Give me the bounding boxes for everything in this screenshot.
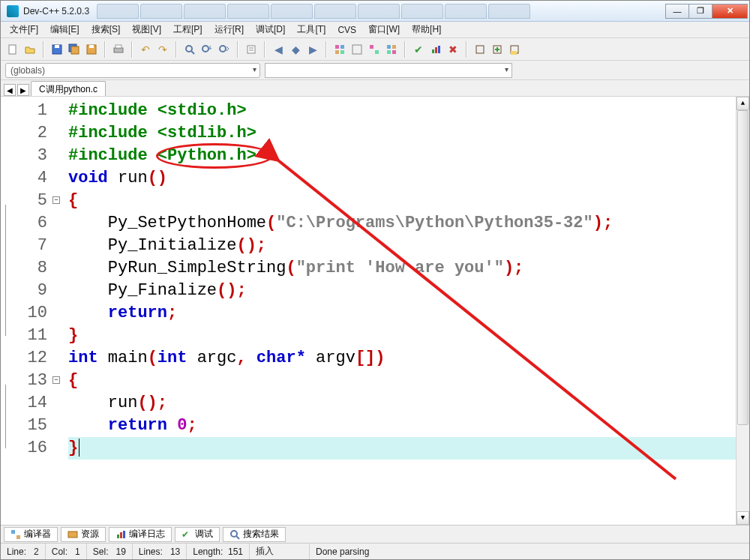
token-plain [247, 349, 256, 367]
scroll-up-icon[interactable]: ▲ [736, 97, 749, 110]
menu-help[interactable]: 帮助[H] [406, 22, 447, 37]
run-icon[interactable] [350, 42, 364, 57]
bg-tab [445, 4, 487, 19]
file-tab[interactable]: C调用python.c [31, 81, 106, 96]
member-combo[interactable] [265, 63, 512, 78]
fold-slot [52, 280, 62, 302]
svg-rect-21 [370, 45, 374, 49]
code-line[interactable]: Py_SetPythonHome("C:\Programs\Python\Pyt… [68, 212, 749, 235]
fold-column[interactable]: −− [52, 97, 62, 525]
fold-slot [52, 145, 62, 167]
menu-cvs[interactable]: CVS [332, 23, 362, 37]
save-all-icon[interactable] [67, 42, 82, 57]
menu-project[interactable]: 工程[P] [167, 22, 208, 37]
code-line[interactable]: Py_Initialize(); [68, 235, 749, 257]
goto-line-icon[interactable] [244, 42, 259, 57]
code-line[interactable]: run(); [68, 392, 749, 415]
minimize-button[interactable] [665, 4, 689, 19]
menu-window[interactable]: 窗口[W] [362, 22, 406, 37]
tab-prev-button[interactable]: ◀ [4, 84, 16, 96]
close-button[interactable] [712, 4, 748, 19]
scope-combo[interactable]: (globals) [5, 63, 260, 78]
token-sym: } [68, 439, 78, 457]
code-line[interactable]: #include <stdio.h> [68, 100, 749, 122]
add-file-icon[interactable] [490, 42, 505, 57]
menu-file[interactable]: 文件[F] [4, 22, 44, 37]
code-line[interactable]: void run() [68, 167, 749, 190]
token-kw-green: <stdio.h> [158, 101, 247, 120]
debug-stop-icon[interactable]: ✖ [446, 42, 460, 57]
debug-icon: ✔ [182, 529, 192, 540]
scope-value: (globals) [10, 65, 45, 76]
scroll-thumb[interactable] [737, 110, 748, 425]
fold-toggle-icon[interactable]: − [52, 196, 60, 204]
tab-compile-log[interactable]: 编译日志 [109, 527, 172, 542]
code-line[interactable]: { [68, 190, 749, 212]
token-sym: []) [356, 349, 386, 367]
token-sym: ( [266, 214, 276, 232]
vertical-scrollbar[interactable]: ▲ ▼ [736, 97, 749, 525]
bookmark-next-icon[interactable]: ▶ [305, 42, 320, 57]
separator [326, 41, 327, 58]
debug-start-icon[interactable]: ✔ [411, 42, 426, 57]
scroll-down-icon[interactable]: ▼ [736, 511, 749, 525]
menu-run[interactable]: 运行[R] [208, 22, 250, 37]
code-line[interactable]: #include <stdlib.h> [68, 122, 749, 145]
save-project-icon[interactable] [84, 42, 99, 57]
tab-compiler-label: 编译器 [24, 528, 51, 541]
print-icon[interactable] [111, 42, 126, 57]
svg-rect-41 [117, 535, 119, 538]
token-kw-blue: int [158, 349, 188, 367]
tab-resources[interactable]: 资源 [61, 527, 106, 542]
new-project-icon[interactable] [472, 42, 488, 57]
menu-debug[interactable]: 调试[D] [250, 22, 291, 37]
code-line[interactable]: { [68, 370, 749, 392]
replace-icon[interactable] [200, 42, 214, 57]
svg-rect-29 [438, 46, 440, 53]
svg-rect-42 [120, 532, 122, 538]
editor-area[interactable]: 12345678910111213141516 −− #include <std… [1, 97, 749, 525]
code-line[interactable]: #include <Python.h> [68, 145, 749, 167]
tab-compiler[interactable]: 编译器 [4, 527, 58, 542]
window-titlebar: Dev-C++ 5.2.0.3 [1, 1, 749, 22]
rebuild-icon[interactable] [384, 42, 399, 57]
redo-icon[interactable]: ↷ [155, 42, 170, 57]
svg-rect-13 [248, 46, 255, 53]
code-line[interactable]: } [68, 437, 749, 460]
menu-tools[interactable]: 工具[T] [291, 22, 332, 37]
compile-icon[interactable] [332, 42, 347, 57]
tab-next-button[interactable]: ▶ [17, 84, 29, 96]
save-icon[interactable] [50, 42, 64, 57]
code-line[interactable]: } [68, 325, 749, 347]
tab-debug[interactable]: ✔ 调试 [175, 527, 220, 542]
remove-file-icon[interactable] [507, 42, 522, 57]
menu-edit[interactable]: 编辑[E] [44, 22, 86, 37]
status-col: Col: 1 [46, 544, 87, 559]
bookmark-toggle-icon[interactable]: ◆ [288, 42, 303, 57]
fold-slot [52, 437, 62, 460]
token-kw-blue: int [68, 349, 98, 367]
token-sym: , [236, 349, 246, 367]
profile-icon[interactable] [428, 42, 443, 57]
new-file-icon[interactable] [5, 42, 20, 57]
find-icon[interactable] [182, 42, 197, 57]
line-number: 9 [1, 280, 47, 302]
bookmark-prev-icon[interactable]: ◀ [271, 42, 286, 57]
svg-rect-24 [392, 45, 396, 49]
fold-toggle-icon[interactable]: − [52, 376, 60, 384]
code-pane[interactable]: #include <stdio.h>#include <stdlib.h>#in… [62, 97, 749, 525]
find-next-icon[interactable] [217, 42, 232, 57]
separator [176, 41, 177, 58]
code-line[interactable]: int main(int argc, char* argv[]) [68, 347, 749, 370]
code-line[interactable]: Py_Finalize(); [68, 280, 749, 302]
compile-run-icon[interactable] [367, 42, 382, 57]
code-line[interactable]: PyRun_SimpleString("print 'How are you'"… [68, 257, 749, 280]
maximize-button[interactable] [688, 4, 712, 19]
menu-view[interactable]: 视图[V] [126, 22, 167, 37]
code-line[interactable]: return 0; [68, 415, 749, 437]
undo-icon[interactable]: ↶ [138, 42, 153, 57]
code-line[interactable]: return; [68, 302, 749, 325]
menu-search[interactable]: 搜索[S] [86, 22, 127, 37]
open-icon[interactable] [22, 42, 38, 57]
tab-search-results[interactable]: 搜索结果 [223, 527, 286, 542]
